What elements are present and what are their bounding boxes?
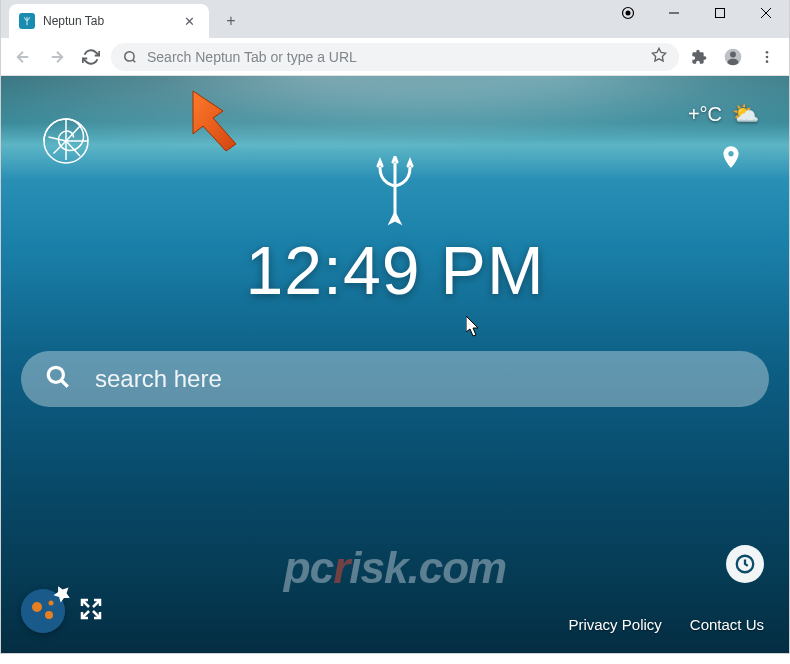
svg-line-15 bbox=[66, 125, 81, 141]
svg-point-9 bbox=[730, 51, 736, 57]
omnibox-placeholder: Search Neptun Tab or type a URL bbox=[147, 49, 641, 65]
record-icon[interactable] bbox=[605, 0, 651, 28]
svg-line-20 bbox=[49, 137, 67, 141]
svg-point-10 bbox=[766, 51, 769, 54]
menu-button[interactable] bbox=[753, 43, 781, 71]
page-content: +°C ⛅ 12:49 PM pcrisk.com bbox=[0, 76, 790, 654]
rocket-icon[interactable] bbox=[51, 583, 73, 609]
back-button[interactable] bbox=[9, 43, 37, 71]
svg-point-1 bbox=[626, 11, 631, 16]
clock-display: 12:49 PM bbox=[1, 231, 789, 309]
bottom-left-controls bbox=[21, 589, 103, 633]
weather-icon: ⛅ bbox=[732, 101, 759, 127]
minimize-button[interactable] bbox=[651, 0, 697, 28]
trident-logo bbox=[370, 156, 420, 230]
fullscreen-button[interactable] bbox=[79, 597, 103, 625]
svg-marker-7 bbox=[652, 48, 665, 61]
extensions-button[interactable] bbox=[685, 43, 713, 71]
browser-toolbar: Search Neptun Tab or type a URL bbox=[0, 38, 790, 76]
svg-rect-3 bbox=[716, 9, 725, 18]
svg-point-24 bbox=[32, 602, 42, 612]
svg-point-12 bbox=[766, 60, 769, 63]
nautilus-icon[interactable] bbox=[41, 116, 91, 166]
svg-point-25 bbox=[45, 611, 53, 619]
weather-widget[interactable]: +°C ⛅ bbox=[688, 101, 759, 127]
svg-point-11 bbox=[766, 55, 769, 58]
search-bar[interactable] bbox=[21, 351, 769, 407]
location-pin-icon[interactable] bbox=[718, 141, 744, 180]
address-bar[interactable]: Search Neptun Tab or type a URL bbox=[111, 43, 679, 71]
mouse-cursor bbox=[466, 316, 482, 342]
footer-links: Privacy Policy Contact Us bbox=[568, 616, 764, 633]
tab-strip: Neptun Tab ✕ + bbox=[0, 0, 790, 38]
browser-tab[interactable]: Neptun Tab ✕ bbox=[9, 4, 209, 38]
bottom-right-controls bbox=[726, 545, 764, 583]
tab-title: Neptun Tab bbox=[43, 14, 180, 28]
forward-button[interactable] bbox=[43, 43, 71, 71]
history-button[interactable] bbox=[726, 545, 764, 583]
close-tab-icon[interactable]: ✕ bbox=[180, 14, 199, 29]
contact-link[interactable]: Contact Us bbox=[690, 616, 764, 633]
bookmark-star-icon[interactable] bbox=[651, 47, 667, 67]
tab-favicon bbox=[19, 13, 35, 29]
maximize-button[interactable] bbox=[697, 0, 743, 28]
svg-point-6 bbox=[125, 51, 134, 60]
watermark-text: pcrisk.com bbox=[284, 543, 506, 593]
search-icon bbox=[45, 364, 71, 394]
weather-temp: +°C bbox=[688, 103, 722, 126]
search-input[interactable] bbox=[95, 365, 745, 393]
svg-point-22 bbox=[48, 367, 63, 382]
new-tab-button[interactable]: + bbox=[217, 7, 245, 35]
search-icon bbox=[123, 50, 137, 64]
reload-button[interactable] bbox=[77, 43, 105, 71]
privacy-link[interactable]: Privacy Policy bbox=[568, 616, 661, 633]
profile-button[interactable] bbox=[719, 43, 747, 71]
close-window-button[interactable] bbox=[743, 0, 789, 28]
